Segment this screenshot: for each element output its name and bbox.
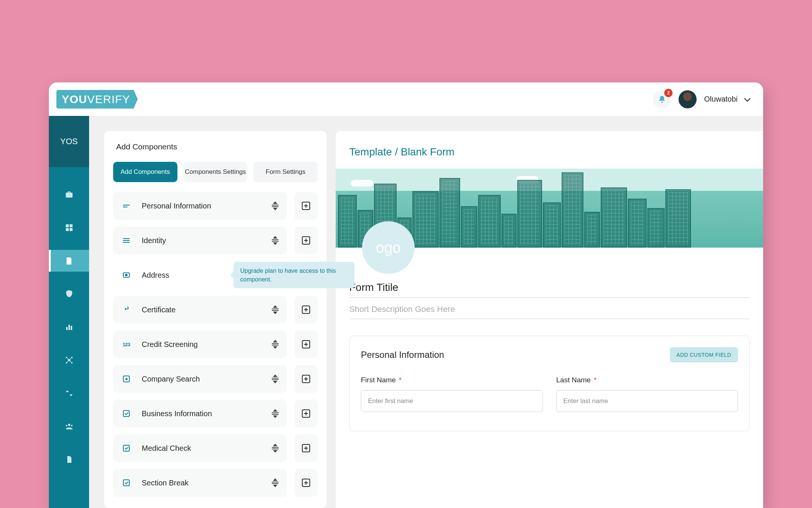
component-personal-information[interactable]: Personal Information <box>113 192 287 220</box>
logo-placeholder-text: ogo <box>376 239 401 256</box>
drag-handle-icon[interactable] <box>272 305 279 314</box>
tooltip-text: Upgrade plan to have access to this comp… <box>240 268 336 283</box>
svg-rect-5 <box>68 325 70 330</box>
add-component-button[interactable] <box>294 400 318 427</box>
text-short-icon <box>121 201 131 211</box>
svg-point-12 <box>68 424 70 426</box>
nav-network[interactable] <box>49 349 89 371</box>
app-window: YOUVERIFY 2 Oluwatobi YOS <box>49 82 763 508</box>
first-name-input[interactable] <box>361 390 543 412</box>
topbar-right: 2 Oluwatobi <box>653 90 750 108</box>
add-component-button[interactable] <box>294 469 318 497</box>
drag-handle-icon[interactable] <box>272 201 279 210</box>
component-label: Company Search <box>142 375 261 383</box>
drag-handle-icon[interactable] <box>272 444 279 453</box>
notifications-button[interactable]: 2 <box>653 90 671 108</box>
svg-rect-1 <box>70 224 73 227</box>
chevron-down-icon[interactable] <box>744 95 751 102</box>
add-component-button[interactable] <box>294 330 318 358</box>
nav-grid[interactable] <box>49 217 89 239</box>
plus-icon <box>302 375 310 383</box>
component-label: Section Break <box>142 479 261 487</box>
document-icon <box>65 256 74 265</box>
file-icon <box>65 455 74 464</box>
nav-team[interactable] <box>49 415 89 437</box>
plus-icon <box>302 236 310 245</box>
panel-title: Add Components <box>113 142 318 151</box>
form-banner[interactable]: ogo <box>336 169 763 248</box>
form-preview-panel: Template / Blank Form <box>336 131 763 508</box>
component-credit-screening[interactable]: 123 Credit Screening <box>113 330 287 358</box>
nav-chart[interactable] <box>49 316 89 338</box>
drag-handle-icon[interactable] <box>272 236 279 245</box>
team-icon <box>65 422 74 431</box>
component-row: Company Search <box>113 365 318 393</box>
component-section-break[interactable]: Section Break <box>113 469 287 497</box>
component-row: 123 Credit Screening <box>113 330 318 358</box>
app-body: YOS Add Components Add Components Compon… <box>49 116 763 508</box>
drag-handle-icon[interactable] <box>272 340 279 349</box>
add-component-button[interactable] <box>294 434 318 462</box>
card-icon <box>121 270 131 280</box>
nav-forms[interactable] <box>49 250 89 272</box>
tab-add-components[interactable]: Add Components <box>113 162 177 182</box>
form-title-input[interactable]: Form Titile <box>349 281 750 298</box>
svg-point-9 <box>71 357 73 358</box>
components-panel: Add Components Add Components Components… <box>104 131 327 508</box>
logo[interactable]: YOUVERIFY <box>56 90 138 109</box>
component-row: Address Upgrade plan to have access to t… <box>113 261 318 289</box>
checkbox-icon <box>121 409 131 418</box>
drag-handle-icon[interactable] <box>272 409 279 418</box>
shield-icon <box>65 289 74 298</box>
add-component-button[interactable] <box>294 296 318 324</box>
sidebar: YOS <box>49 116 89 508</box>
component-company-search[interactable]: Company Search <box>113 365 287 393</box>
nav-shield[interactable] <box>49 283 89 305</box>
drag-handle-icon[interactable] <box>272 374 279 383</box>
upgrade-tooltip: Upgrade plan to have access to this comp… <box>233 262 354 288</box>
component-label: Identity <box>142 236 261 245</box>
add-custom-field-button[interactable]: ADD CUSTOM FIELD <box>670 347 738 362</box>
add-component-button[interactable] <box>294 365 318 393</box>
svg-point-10 <box>66 362 67 364</box>
svg-rect-6 <box>71 326 72 330</box>
plus-icon <box>302 444 310 452</box>
form-description-input[interactable]: Short Description Goes Here <box>349 304 750 319</box>
last-name-input[interactable] <box>556 390 738 412</box>
drag-handle-icon[interactable] <box>272 478 279 487</box>
add-component-button[interactable] <box>294 192 318 220</box>
section-header: Personal Information ADD CUSTOM FIELD <box>361 347 738 362</box>
svg-point-13 <box>66 425 67 426</box>
component-row: Business Information <box>113 400 318 427</box>
svg-rect-3 <box>70 228 73 231</box>
component-medical-check[interactable]: Medical Check <box>113 434 287 462</box>
tab-components-settings[interactable]: Components Settings <box>183 162 248 182</box>
label-text: First Name <box>361 376 396 384</box>
checkbox-icon <box>121 443 131 453</box>
component-row: Medical Check <box>113 434 318 462</box>
logo-verify: VERIFY <box>87 93 130 105</box>
grid-icon <box>65 223 74 232</box>
avatar[interactable] <box>679 90 697 108</box>
briefcase-icon <box>65 190 74 199</box>
panel-tabs: Add Components Components Settings Form … <box>113 162 318 182</box>
svg-point-14 <box>71 425 73 426</box>
fields-row: First Name* Last Name* <box>361 376 738 412</box>
component-certificate[interactable]: Certificate <box>113 296 287 324</box>
component-business-information[interactable]: Business Information <box>113 400 287 427</box>
component-identity[interactable]: Identity <box>113 227 287 254</box>
nav-file[interactable] <box>49 449 89 470</box>
form-logo-placeholder[interactable]: ogo <box>362 221 415 274</box>
sidebar-header[interactable]: YOS <box>49 116 89 167</box>
nav-briefcase[interactable] <box>49 184 89 205</box>
required-asterisk: * <box>399 376 401 384</box>
form-section: Personal Information ADD CUSTOM FIELD Fi… <box>349 336 750 431</box>
logo-you: YOU <box>62 93 87 105</box>
component-row: Personal Information <box>113 192 318 220</box>
nav-sort[interactable] <box>49 382 89 404</box>
component-label: Certificate <box>142 306 261 314</box>
first-name-field: First Name* <box>361 376 543 412</box>
tab-form-settings[interactable]: Form Settings <box>253 162 318 182</box>
add-component-button[interactable] <box>294 227 318 254</box>
sidebar-nav <box>49 167 89 482</box>
